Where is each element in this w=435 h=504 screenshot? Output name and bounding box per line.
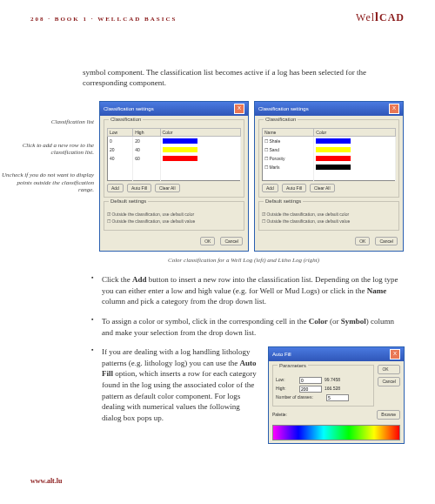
high-example: 166.528 (325, 386, 345, 392)
group-label: Classification (109, 117, 143, 122)
col-color: Color (160, 129, 240, 137)
checkbox-default-color[interactable]: ☑ Outside the classification, use defaul… (107, 212, 241, 217)
table-row[interactable]: ☐ Porosity (263, 154, 396, 163)
breadcrumb: 208 · BOOK 1 · WELLCAD BASICS (30, 16, 177, 23)
color-swatch[interactable] (163, 147, 197, 152)
label-uncheck: Uncheck if you do not want to display po… (0, 171, 94, 193)
palette-label: Palette: (272, 412, 287, 418)
low-label: Low: (276, 377, 297, 383)
ok-button[interactable]: OK (355, 237, 370, 245)
figure-caption: Color classification for a Well Log (lef… (83, 257, 405, 264)
classes-label: Number of classes: (276, 394, 324, 400)
table-row[interactable]: ☐ Shale (263, 137, 396, 146)
color-swatch[interactable] (163, 138, 197, 144)
classes-input[interactable] (326, 394, 349, 401)
low-example: 99.7458 (325, 377, 345, 383)
bullet-3: If you are dealing with a log handling l… (91, 346, 405, 443)
table-row[interactable]: 4060 (108, 154, 241, 163)
classification-dialog-litholog: Classification settings X Classification… (254, 101, 404, 252)
classification-dialog-welllog: Classification settings X Classification… (99, 101, 249, 252)
autofill-button[interactable]: Auto Fill (127, 184, 151, 192)
color-swatch[interactable] (316, 138, 351, 144)
checkbox-default-value[interactable]: ☐ Outside the classification, use defaul… (262, 218, 396, 224)
table-row[interactable]: 2040 (108, 145, 241, 154)
checkbox-default-value[interactable]: ☐ Outside the classification, use defaul… (107, 218, 241, 224)
label-add-row: Click to add a new row to the classifica… (0, 142, 94, 157)
low-input[interactable] (299, 377, 322, 384)
cancel-button[interactable]: Cancel (378, 377, 400, 386)
clearall-button[interactable]: Clear All (155, 184, 180, 192)
side-annotations: Classification list Click to add a new r… (0, 101, 94, 209)
add-button[interactable]: Add (262, 184, 278, 192)
high-input[interactable] (299, 386, 322, 393)
group-label: Parameters (278, 363, 308, 368)
brand-logo: WellCAD (356, 10, 405, 24)
color-swatch[interactable] (163, 156, 197, 161)
cancel-button[interactable]: Cancel (220, 237, 243, 245)
close-icon[interactable]: X (390, 349, 400, 360)
ok-button[interactable]: OK (378, 365, 400, 374)
intro-paragraph: symbol component. The classification lis… (83, 67, 405, 88)
browse-button[interactable]: Browse (377, 410, 400, 420)
label-classification-list: Classification list (0, 118, 94, 125)
add-button[interactable]: Add (107, 184, 124, 192)
clearall-button[interactable]: Clear All (310, 184, 335, 192)
high-label: High: (276, 386, 297, 392)
close-icon[interactable]: X (234, 104, 244, 114)
cancel-button[interactable]: Cancel (375, 237, 398, 245)
dialog-title: Classification settings (258, 106, 309, 111)
dialog-title: Classification settings (104, 106, 154, 111)
col-color: Color (314, 129, 396, 137)
color-swatch[interactable] (316, 156, 351, 161)
table-row[interactable]: ☐ Sand (263, 145, 396, 154)
col-low: Low (108, 129, 133, 137)
group-label: Default settings (264, 198, 303, 204)
color-swatch[interactable] (316, 147, 351, 152)
footer-url: www.alt.lu (30, 477, 62, 485)
classification-table[interactable]: Name Color ☐ Shale ☐ Sand ☐ Porosity ☐ M… (262, 128, 396, 181)
autofill-button[interactable]: Auto Fill (282, 184, 306, 192)
col-name: Name (263, 129, 314, 137)
col-high: High (133, 129, 160, 137)
close-icon[interactable]: X (389, 104, 399, 114)
autofill-dialog: Auto Fill X Parameters Low: 99.7458 High… (268, 346, 405, 443)
bullet-1: Click the Add button to insert a new row… (91, 274, 405, 307)
dialog-title: Auto Fill (272, 351, 291, 358)
palette-gradient[interactable] (272, 425, 400, 440)
group-label: Default settings (109, 198, 148, 204)
ok-button[interactable]: OK (200, 237, 215, 245)
bullet-2: To assign a color or symbol, click in th… (91, 316, 405, 338)
table-row[interactable]: ☐ Marls (263, 163, 396, 171)
classification-table[interactable]: Low High Color 020 2040 4060 (107, 128, 241, 181)
group-label: Classification (264, 117, 298, 122)
checkbox-default-color[interactable]: ☑ Outside the classification, use defaul… (262, 212, 396, 217)
table-row[interactable]: 020 (108, 137, 241, 146)
color-swatch[interactable] (316, 165, 351, 170)
